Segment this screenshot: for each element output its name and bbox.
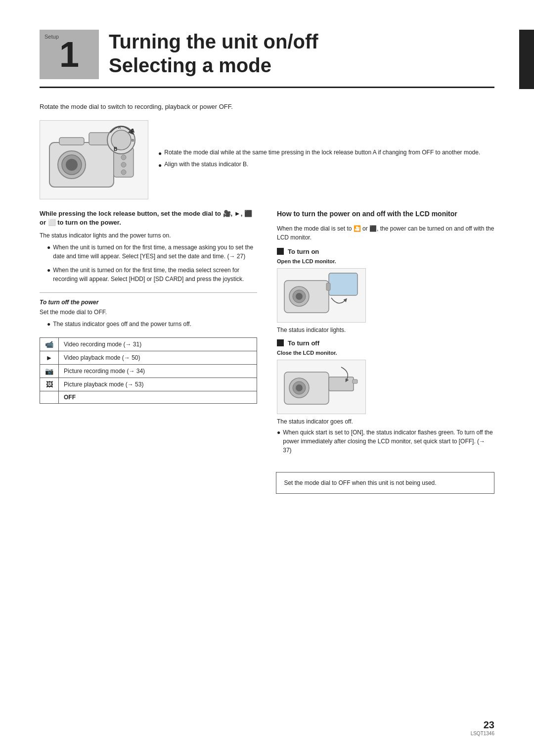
left-section-heading: While pressing the lock release button, …	[40, 209, 257, 227]
dial-note-1: ● Rotate the mode dial while at the same…	[158, 148, 480, 158]
page: Setup 1 Turning the unit on/off Selectin…	[0, 0, 534, 756]
svg-point-3	[66, 159, 78, 171]
camera-illustration: A B B A	[40, 120, 148, 199]
header-section: Setup 1 Turning the unit on/off Selectin…	[40, 30, 494, 88]
turn-off-heading-right: To turn off	[277, 339, 494, 347]
table-row: OFF	[40, 391, 257, 404]
black-square-icon-2	[277, 339, 284, 346]
page-number: 23	[471, 719, 494, 731]
main-content: While pressing the lock release button, …	[40, 209, 494, 460]
mode-label-pic-play: Picture playback mode (→ 53)	[59, 378, 257, 391]
svg-text:A: A	[131, 128, 134, 134]
table-row: 📹 Video recording mode (→ 31)	[40, 338, 257, 351]
left-column: While pressing the lock release button, …	[40, 209, 257, 460]
chapter-number: 1	[59, 37, 79, 72]
setup-label: Setup	[44, 34, 59, 40]
mode-icon-pic-rec: 📷	[40, 365, 59, 378]
table-row: ► Video playback mode (→ 50)	[40, 351, 257, 365]
svg-point-11	[121, 155, 126, 160]
turn-off-right-bullet: ● When quick start is set to [ON], the s…	[277, 428, 494, 458]
turn-off-status: The status indicator goes off.	[277, 418, 494, 425]
page-footer: 23 LSQT1346	[471, 719, 494, 736]
turn-off-text: Set the mode dial to OFF.	[40, 308, 257, 317]
svg-text:B: B	[114, 146, 117, 152]
mode-label-off: OFF	[59, 391, 257, 404]
left-bullet-2: ● When the unit is turned on for the fir…	[47, 266, 257, 286]
table-row: 🖼 Picture playback mode (→ 53)	[40, 378, 257, 391]
intro-text: Rotate the mode dial to switch to record…	[40, 103, 494, 110]
svg-text:A: A	[118, 125, 121, 130]
camera-diagram: A B B A ●	[40, 120, 494, 199]
left-status-text: The status indicator lights and the powe…	[40, 231, 257, 240]
right-section-heading: How to turn the power on and off with th…	[277, 209, 494, 219]
turn-on-heading: To turn on	[277, 248, 494, 255]
header-title: Turning the unit on/off Selecting a mode	[109, 30, 318, 77]
svg-rect-4	[59, 138, 84, 145]
chapter-number-block: Setup 1	[40, 30, 99, 79]
close-lcd-label: Close the LCD monitor.	[277, 350, 494, 356]
black-square-icon	[277, 248, 284, 255]
svg-text:B: B	[132, 138, 134, 142]
svg-point-19	[296, 293, 303, 300]
left-bullet-1: ● When the unit is turned on for the fir…	[47, 243, 257, 264]
turn-off-bullet: ● The status indicator goes off and the …	[40, 320, 257, 331]
svg-point-12	[121, 162, 126, 167]
open-lcd-label: Open the LCD monitor.	[277, 258, 494, 264]
note-box: Set the mode dial to OFF when this unit …	[276, 472, 494, 494]
dial-notes: ● Rotate the mode dial while at the same…	[158, 148, 480, 172]
svg-point-13	[121, 170, 126, 175]
mode-icon-off	[40, 391, 59, 404]
mode-label-pic-rec: Picture recording mode (→ 34)	[59, 365, 257, 378]
svg-point-25	[296, 384, 303, 391]
divider	[40, 292, 257, 293]
turn-off-heading: To turn off the power	[40, 299, 257, 306]
svg-rect-27	[353, 379, 357, 383]
table-row: 📷 Picture recording mode (→ 34)	[40, 365, 257, 378]
svg-rect-26	[329, 377, 354, 391]
mode-icon-pic-play: 🖼	[40, 378, 59, 391]
mode-label-video: Video recording mode (→ 31)	[59, 338, 257, 351]
svg-rect-20	[329, 273, 357, 295]
svg-rect-21	[326, 283, 330, 290]
page-code: LSQT1346	[471, 731, 494, 736]
left-bullets: ● When the unit is turned on for the fir…	[40, 243, 257, 286]
page-title: Turning the unit on/off Selecting a mode	[109, 30, 318, 77]
mode-label-playback: Video playback mode (→ 50)	[59, 351, 257, 365]
turn-on-status: The status indicator lights.	[277, 327, 494, 333]
camera-closed-lcd-illustration	[277, 360, 366, 414]
mode-icon-video: 📹	[40, 338, 59, 351]
right-column: How to turn the power on and off with th…	[277, 209, 494, 460]
dial-note-2: ● Align with the status indicator B.	[158, 160, 480, 170]
camera-open-lcd-illustration	[277, 268, 366, 323]
mode-icon-playback: ►	[40, 351, 59, 365]
side-tab	[519, 30, 534, 89]
right-intro: When the mode dial is set to 🎦 or ⬛, the…	[277, 224, 494, 242]
mode-table: 📹 Video recording mode (→ 31) ► Video pl…	[40, 337, 257, 404]
